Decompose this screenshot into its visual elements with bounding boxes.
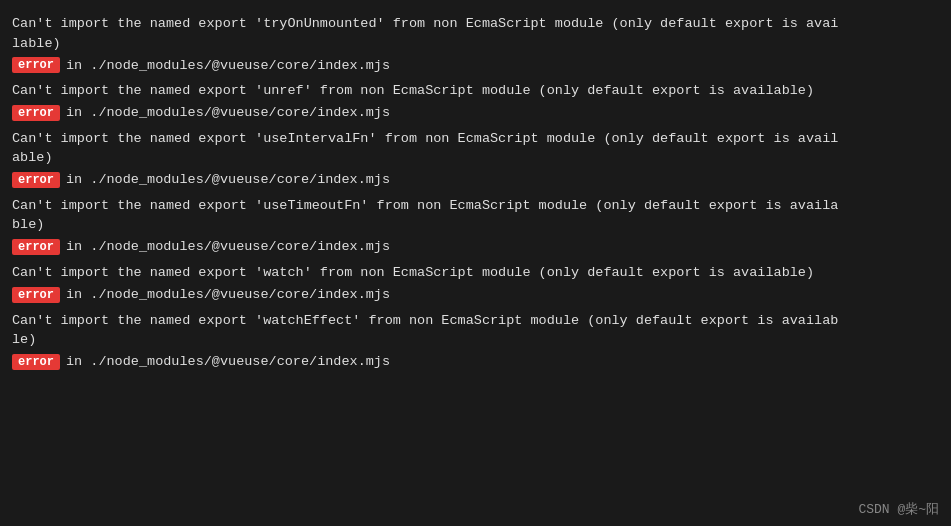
error-path-3: in ./node_modules/@vueuse/core/index.mjs (66, 239, 390, 254)
error-block-1: Can't import the named export 'unref' fr… (12, 77, 939, 123)
error-line-5: errorin ./node_modules/@vueuse/core/inde… (12, 352, 939, 372)
error-message-5: Can't import the named export 'watchEffe… (12, 307, 939, 352)
error-badge-1: error (12, 105, 60, 121)
error-message-1: Can't import the named export 'unref' fr… (12, 77, 939, 103)
terminal-window: Can't import the named export 'tryOnUnmo… (0, 0, 951, 526)
error-badge-4: error (12, 287, 60, 303)
error-path-0: in ./node_modules/@vueuse/core/index.mjs (66, 58, 390, 73)
error-badge-2: error (12, 172, 60, 188)
error-badge-3: error (12, 239, 60, 255)
error-line-3: errorin ./node_modules/@vueuse/core/inde… (12, 237, 939, 257)
error-message-2: Can't import the named export 'useInterv… (12, 125, 939, 170)
error-line-4: errorin ./node_modules/@vueuse/core/inde… (12, 285, 939, 305)
error-block-3: Can't import the named export 'useTimeou… (12, 192, 939, 257)
error-path-4: in ./node_modules/@vueuse/core/index.mjs (66, 287, 390, 302)
error-block-4: Can't import the named export 'watch' fr… (12, 259, 939, 305)
error-badge-5: error (12, 354, 60, 370)
error-path-5: in ./node_modules/@vueuse/core/index.mjs (66, 354, 390, 369)
error-path-2: in ./node_modules/@vueuse/core/index.mjs (66, 172, 390, 187)
error-line-2: errorin ./node_modules/@vueuse/core/inde… (12, 170, 939, 190)
error-message-4: Can't import the named export 'watch' fr… (12, 259, 939, 285)
error-block-2: Can't import the named export 'useInterv… (12, 125, 939, 190)
error-block-5: Can't import the named export 'watchEffe… (12, 307, 939, 372)
error-path-1: in ./node_modules/@vueuse/core/index.mjs (66, 105, 390, 120)
error-line-0: errorin ./node_modules/@vueuse/core/inde… (12, 55, 939, 75)
error-block-0: Can't import the named export 'tryOnUnmo… (12, 10, 939, 75)
watermark: CSDN @柴~阳 (858, 500, 939, 518)
error-message-3: Can't import the named export 'useTimeou… (12, 192, 939, 237)
error-message-0: Can't import the named export 'tryOnUnmo… (12, 10, 939, 55)
error-badge-0: error (12, 57, 60, 73)
error-line-1: errorin ./node_modules/@vueuse/core/inde… (12, 103, 939, 123)
